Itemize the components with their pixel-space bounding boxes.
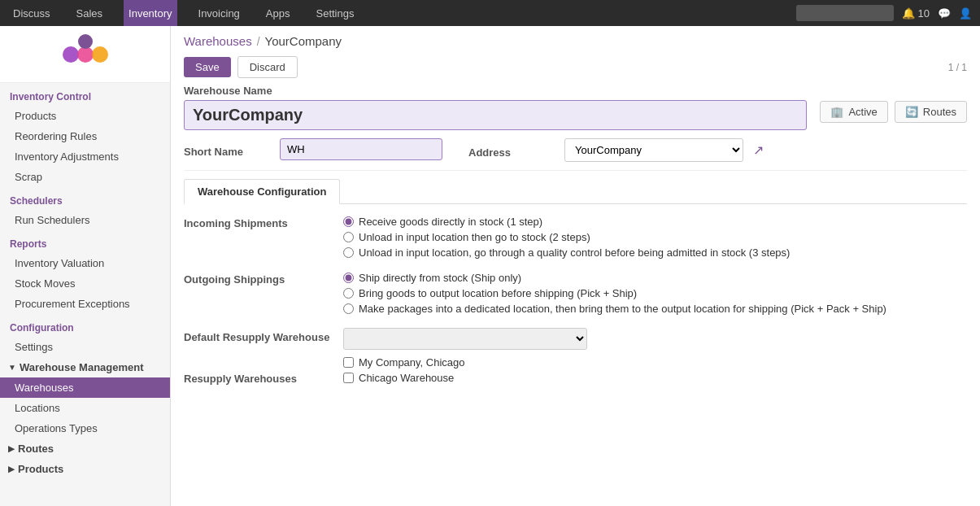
outgoing-shippings-label: Outgoing Shippings: [184, 272, 330, 318]
sidebar-item-locations[interactable]: Locations: [0, 398, 170, 418]
user-avatar[interactable]: 👤: [959, 7, 972, 20]
incoming-radio-1[interactable]: [343, 216, 354, 227]
form-divider: [184, 170, 967, 171]
default-resupply-label: Default Resupply Warehouse: [184, 328, 330, 343]
notification-icon[interactable]: 🔔 10: [902, 7, 930, 20]
breadcrumb-parent-link[interactable]: Warehouses: [184, 34, 252, 48]
breadcrumb-separator: /: [257, 35, 260, 48]
incoming-option-1[interactable]: Receive goods directly in stock (1 step): [343, 216, 967, 228]
sidebar-item-procurement-exceptions[interactable]: Procurement Exceptions: [0, 294, 170, 314]
section-schedulers: Schedulers: [0, 187, 170, 210]
products-label: Products: [18, 463, 63, 475]
nav-sales[interactable]: Sales: [72, 0, 108, 26]
form-area: Warehouse Name 🏢 Active 🔄 Routes: [171, 85, 980, 410]
tab-warehouse-configuration[interactable]: Warehouse Configuration: [184, 179, 340, 204]
outgoing-option-1[interactable]: Ship directly from stock (Ship only): [343, 272, 967, 284]
action-bar: Save Discard 1 / 1: [171, 53, 980, 85]
arrow-right-icon-2: ▶: [8, 465, 15, 473]
routes-button[interactable]: 🔄 Routes: [895, 101, 967, 123]
save-button[interactable]: Save: [184, 57, 231, 77]
sidebar-group-products[interactable]: ▶ Products: [0, 459, 170, 479]
short-name-address-row: Short Name Address YourCompany ↗: [184, 138, 967, 162]
resupply-labels: Default Resupply Warehouse Resupply Ware…: [184, 328, 330, 387]
section-configuration: Configuration: [0, 314, 170, 337]
default-resupply-select[interactable]: [343, 328, 587, 350]
outgoing-option-3-label: Make packages into a dedicated location,…: [359, 303, 886, 315]
address-section: Address YourCompany ↗: [468, 138, 764, 162]
outgoing-radio-2[interactable]: [343, 288, 354, 299]
outgoing-option-2-label: Bring goods to output location before sh…: [359, 287, 637, 299]
sidebar-item-operations-types[interactable]: Operations Types: [0, 418, 170, 438]
incoming-shipments-label: Incoming Shipments: [184, 216, 330, 262]
routes-label: Routes: [18, 443, 54, 455]
routes-label: Routes: [923, 106, 956, 118]
warehouse-name-label: Warehouse Name: [184, 85, 807, 97]
sidebar-item-scrap[interactable]: Scrap: [0, 167, 170, 187]
incoming-radio-3[interactable]: [343, 247, 354, 258]
outgoing-shippings-options: Ship directly from stock (Ship only) Bri…: [343, 272, 967, 318]
svg-point-0: [63, 46, 79, 63]
incoming-option-2[interactable]: Unload in input location then go to stoc…: [343, 231, 967, 243]
incoming-option-3-label: Unload in input location, go through a q…: [359, 246, 790, 259]
resupply-warehouses-label: Resupply Warehouses: [184, 348, 330, 385]
global-search-input[interactable]: [796, 5, 894, 21]
active-label: Active: [848, 106, 877, 118]
chat-icon[interactable]: 💬: [938, 7, 951, 20]
resupply-1-label: My Company, Chicago: [359, 356, 465, 369]
sidebar: Inventory Control Products Reordering Ru…: [0, 26, 171, 506]
tab-bar: Warehouse Configuration: [184, 179, 967, 204]
nav-invoicing[interactable]: Invoicing: [194, 0, 245, 26]
incoming-option-1-label: Receive goods directly in stock (1 step): [359, 216, 542, 228]
form-top-actions: 🏢 Active 🔄 Routes: [820, 101, 967, 123]
incoming-shipments-row: Incoming Shipments Receive goods directl…: [184, 216, 967, 262]
breadcrumb: Warehouses / YourCompany: [171, 26, 980, 53]
incoming-shipments-options: Receive goods directly in stock (1 step)…: [343, 216, 967, 262]
warehouse-name-section: Warehouse Name: [184, 85, 807, 130]
outgoing-radio-1[interactable]: [343, 273, 354, 283]
main-content: Warehouses / YourCompany Save Discard 1 …: [171, 26, 980, 506]
incoming-radio-2[interactable]: [343, 232, 354, 242]
outgoing-shippings-row: Outgoing Shippings Ship directly from st…: [184, 272, 967, 318]
resupply-checkbox-1[interactable]: My Company, Chicago: [343, 356, 967, 369]
sidebar-item-stock-moves[interactable]: Stock Moves: [0, 273, 170, 294]
sidebar-item-warehouses[interactable]: Warehouses: [0, 377, 170, 398]
warehouse-name-input[interactable]: [184, 100, 807, 130]
active-icon: 🏢: [830, 106, 843, 118]
nav-inventory[interactable]: Inventory: [124, 0, 176, 26]
pager: 1 / 1: [948, 62, 967, 73]
section-inventory-control: Inventory Control: [0, 83, 170, 106]
nav-discuss[interactable]: Discuss: [8, 0, 55, 26]
resupply-options: My Company, Chicago Chicago Warehouse: [343, 328, 967, 387]
incoming-option-3[interactable]: Unload in input location, go through a q…: [343, 246, 967, 259]
resupply-row: Default Resupply Warehouse Resupply Ware…: [184, 328, 967, 387]
resupply-check-1[interactable]: [343, 357, 354, 368]
logo-area: [0, 26, 170, 83]
svg-point-2: [92, 46, 108, 63]
resupply-check-2[interactable]: [343, 373, 354, 383]
arrow-right-icon: ▶: [8, 444, 15, 453]
resupply-checkbox-2[interactable]: Chicago Warehouse: [343, 372, 967, 384]
nav-apps[interactable]: Apps: [261, 0, 295, 26]
short-name-input[interactable]: [280, 138, 442, 160]
outgoing-option-3[interactable]: Make packages into a dedicated location,…: [343, 303, 967, 315]
address-select[interactable]: YourCompany: [564, 138, 743, 162]
sidebar-item-inventory-adjustments[interactable]: Inventory Adjustments: [0, 146, 170, 167]
section-reports: Reports: [0, 230, 170, 253]
discard-button[interactable]: Discard: [237, 56, 298, 78]
sidebar-group-warehouse-management[interactable]: ▼ Warehouse Management: [0, 357, 170, 377]
sidebar-item-inventory-valuation[interactable]: Inventory Valuation: [0, 253, 170, 273]
active-button[interactable]: 🏢 Active: [820, 101, 887, 123]
sidebar-item-products[interactable]: Products: [0, 106, 170, 126]
outgoing-option-2[interactable]: Bring goods to output location before sh…: [343, 287, 967, 299]
sidebar-item-settings[interactable]: Settings: [0, 337, 170, 357]
arrow-down-icon: ▼: [8, 363, 16, 372]
incoming-option-2-label: Unload in input location then go to stoc…: [359, 231, 590, 243]
address-external-link-button[interactable]: ↗: [753, 142, 764, 158]
nav-settings[interactable]: Settings: [311, 0, 359, 26]
sidebar-group-routes[interactable]: ▶ Routes: [0, 438, 170, 459]
outgoing-radio-3[interactable]: [343, 303, 354, 314]
sidebar-item-run-schedulers[interactable]: Run Schedulers: [0, 210, 170, 230]
sidebar-item-reordering-rules[interactable]: Reordering Rules: [0, 126, 170, 146]
short-name-label: Short Name: [184, 141, 273, 158]
outgoing-option-1-label: Ship directly from stock (Ship only): [359, 272, 521, 284]
